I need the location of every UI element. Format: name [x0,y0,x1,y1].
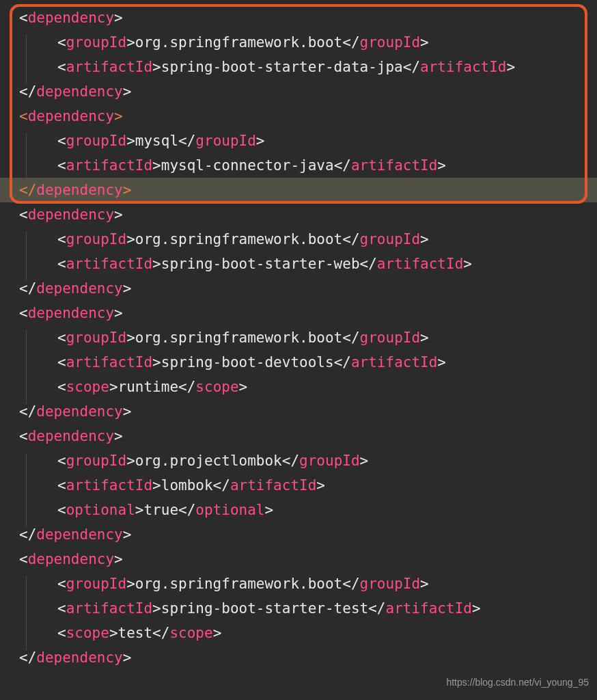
code-line: </dependency> [0,79,597,104]
code-line: <artifactId>spring-boot-starter-web</art… [0,252,597,276]
code-line: <groupId>org.springframework.boot</group… [0,30,597,55]
code-line: </dependency> [0,645,597,670]
code-line: <artifactId>spring-boot-devtools</artifa… [0,350,597,375]
code-line: <dependency> [0,5,597,30]
code-line: <optional>true</optional> [0,498,597,522]
code-line: <dependency> [0,424,597,448]
code-line: <artifactId>spring-boot-starter-test</ar… [0,596,597,621]
code-line: <artifactId>lombok</artifactId> [0,473,597,498]
code-editor[interactable]: <dependency> <groupId>org.springframewor… [0,0,597,670]
code-line: <scope>test</scope> [0,621,597,645]
watermark: https://blog.csdn.net/vi_young_95 [446,677,589,688]
code-line: </dependency> [0,399,597,424]
code-line: <dependency> [0,202,597,227]
code-line: <dependency> [0,104,597,129]
code-line-current: </dependency> [0,178,597,202]
code-line: <dependency> [0,301,597,325]
code-line: <groupId>org.springframework.boot</group… [0,571,597,596]
code-line: <dependency> [0,547,597,571]
code-line: </dependency> [0,276,597,301]
code-line: <groupId>org.springframework.boot</group… [0,325,597,350]
code-line: <artifactId>mysql-connector-java</artifa… [0,153,597,178]
code-line: </dependency> [0,522,597,547]
code-line: <scope>runtime</scope> [0,375,597,399]
code-line: <artifactId>spring-boot-starter-data-jpa… [0,55,597,79]
code-line: <groupId>mysql</groupId> [0,129,597,153]
code-line: <groupId>org.springframework.boot</group… [0,227,597,252]
code-line: <groupId>org.projectlombok</groupId> [0,448,597,473]
